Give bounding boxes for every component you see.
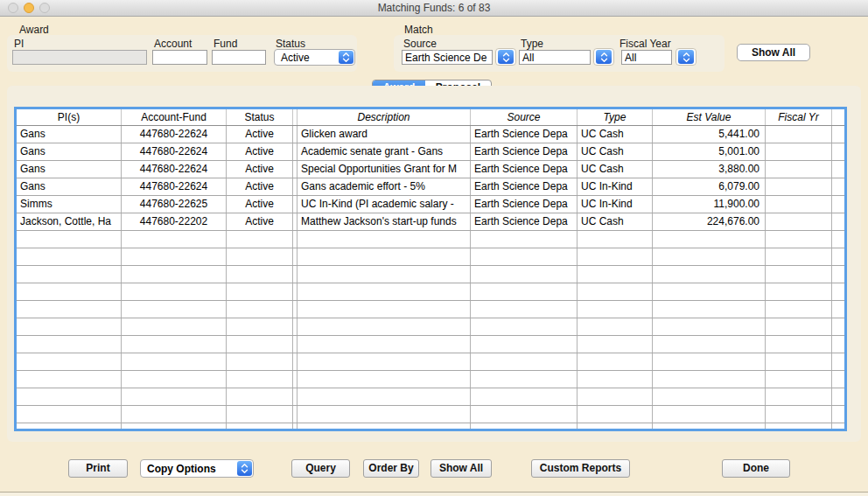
col-header-type[interactable]: Type [578, 109, 653, 125]
table-cell [766, 423, 832, 431]
titlebar[interactable]: Matching Funds: 6 of 83 [0, 0, 868, 17]
app-window: Matching Funds: 6 of 83 Award PI Account… [0, 0, 868, 496]
col-header-status[interactable]: Status [227, 109, 292, 125]
table-cell-filler [832, 318, 844, 335]
table-cell [578, 301, 653, 318]
order-by-button[interactable]: Order By [363, 459, 419, 478]
table-cell [298, 406, 471, 423]
table-cell [298, 388, 471, 405]
table-row[interactable]: Jackson, Cottle, Ha447680-22202ActiveMat… [17, 213, 844, 231]
table-cell [17, 283, 122, 300]
table-cell [122, 353, 227, 370]
source-stepper[interactable] [495, 48, 516, 66]
fund-field[interactable] [212, 50, 266, 65]
copy-options-select[interactable]: Copy Options [140, 459, 254, 478]
table-cell [227, 318, 292, 335]
table-cell-filler [832, 353, 844, 370]
table-cell: UC Cash [578, 213, 653, 230]
table-cell [766, 388, 832, 405]
done-button[interactable]: Done [722, 459, 790, 478]
table-cell [653, 231, 766, 248]
account-label: Account [154, 38, 192, 50]
table-cell-filler [832, 196, 844, 213]
table-cell [471, 283, 578, 300]
table-row[interactable]: Gans447680-22624ActiveGlicken awardEarth… [17, 126, 844, 143]
table-cell [766, 336, 832, 353]
table-cell [578, 248, 653, 265]
table-cell: 447680-22625 [122, 196, 227, 213]
up-down-chevrons-icon [339, 51, 354, 64]
table-cell [766, 301, 832, 318]
table-cell: UC In-Kind [578, 196, 653, 213]
table-cell: 5,001.00 [653, 143, 766, 160]
table-cell [17, 301, 122, 318]
up-down-chevrons-icon [596, 50, 612, 64]
table-cell [298, 231, 471, 248]
table-cell [298, 248, 471, 265]
col-header-source[interactable]: Source [471, 109, 578, 125]
table-cell [122, 423, 227, 431]
col-header-est-value[interactable]: Est Value [653, 109, 766, 125]
table-row[interactable]: Gans447680-22624ActiveAcademic senate gr… [17, 143, 844, 161]
table-cell: Earth Science Depa [471, 126, 578, 143]
show-all-button-footer[interactable]: Show All [430, 459, 492, 478]
table-row[interactable]: Gans447680-22624ActiveSpecial Opportunit… [17, 161, 844, 178]
table-row[interactable]: Gans447680-22624ActiveGans academic effo… [17, 178, 844, 196]
table-cell [122, 388, 227, 405]
table-cell-filler [832, 178, 844, 195]
account-field[interactable] [152, 50, 207, 65]
show-all-button-top[interactable]: Show All [737, 44, 810, 61]
table-cell: Matthew Jackson's start-up funds [298, 213, 471, 230]
table-cell: Active [227, 196, 292, 213]
table-row[interactable]: Simms447680-22625ActiveUC In-Kind (PI ac… [17, 196, 844, 213]
window-content: Award PI Account Fund Status Active Matc… [0, 17, 868, 496]
fiscal-year-field[interactable] [621, 50, 672, 65]
table-cell-filler [832, 231, 844, 248]
type-stepper[interactable] [593, 48, 614, 66]
zoom-button[interactable] [39, 3, 50, 13]
up-down-chevrons-icon [678, 50, 694, 64]
table-cell [17, 336, 122, 353]
table-cell [766, 266, 832, 283]
table-cell [766, 126, 832, 143]
table-cell: 3,880.00 [653, 161, 766, 178]
table-cell [122, 336, 227, 353]
table-cell [766, 231, 832, 248]
col-header-fiscal-yr[interactable]: Fiscal Yr [766, 109, 832, 125]
table-cell [17, 231, 122, 248]
table-cell [578, 336, 653, 353]
window-title: Matching Funds: 6 of 83 [0, 2, 868, 14]
table-cell [578, 353, 653, 370]
table-row-empty [17, 388, 844, 406]
col-header-description[interactable]: Description [298, 109, 471, 125]
table-cell-filler [832, 126, 844, 143]
custom-reports-button[interactable]: Custom Reports [531, 459, 630, 478]
table-cell: Gans [17, 143, 122, 160]
table-cell [766, 161, 832, 178]
source-field[interactable] [402, 50, 493, 65]
print-button[interactable]: Print [68, 459, 128, 478]
table-cell [766, 318, 832, 335]
minimize-button[interactable] [24, 3, 34, 13]
table-cell-filler [832, 423, 844, 431]
table-cell [471, 231, 578, 248]
table-cell-filler [832, 213, 844, 230]
type-field[interactable] [519, 50, 591, 65]
close-button[interactable] [8, 3, 18, 13]
table-cell-filler [832, 283, 844, 300]
table-row-empty [17, 406, 844, 423]
table-cell [227, 353, 292, 370]
query-button[interactable]: Query [291, 459, 350, 478]
table-cell-filler [832, 336, 844, 353]
table-cell: Earth Science Depa [471, 143, 578, 160]
table-cell [653, 283, 766, 300]
fiscal-year-stepper[interactable] [676, 48, 696, 66]
table-row-empty [17, 353, 844, 371]
status-select[interactable]: Active [274, 49, 355, 66]
col-header-account-fund[interactable]: Account-Fund [122, 109, 227, 125]
table-cell: UC In-Kind [578, 178, 653, 195]
table-cell: UC Cash [578, 161, 653, 178]
status-select-value: Active [275, 52, 339, 64]
table-cell [227, 301, 292, 318]
col-header-pis[interactable]: PI(s) [17, 109, 122, 125]
